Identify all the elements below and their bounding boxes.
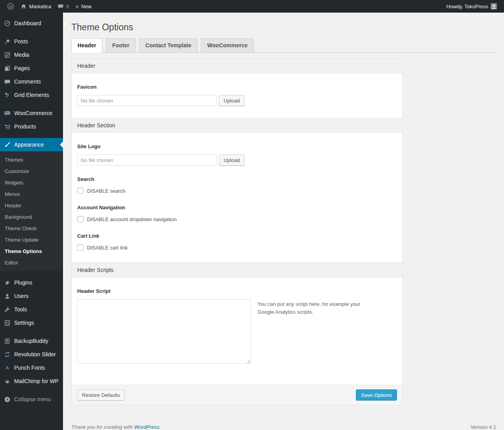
sidebar-item-label: Appearance — [14, 141, 44, 148]
howdy-account-menu[interactable]: Howdy, TokoPress — [443, 0, 500, 13]
wp-logo-menu[interactable]: W — [4, 0, 17, 13]
user-avatar — [491, 3, 497, 9]
admin-menu: Dashboard Posts Media Pages — [0, 17, 63, 406]
sidebar-item-punch-fonts[interactable]: A Punch Fonts — [0, 361, 63, 374]
plug-icon — [4, 279, 11, 286]
wordpress-link[interactable]: WordPress. — [134, 424, 161, 430]
sidebar-item-woocommerce[interactable]: Woo WooCommerce — [0, 106, 63, 120]
sidebar-item-revolution-slider[interactable]: Revolution Slider — [0, 348, 63, 361]
sidebar-item-tools[interactable]: Tools — [0, 303, 63, 316]
footer-thanks-prefix: Thank you for creating with — [71, 424, 133, 430]
sidebar-item-users[interactable]: Users — [0, 289, 63, 303]
pushpin-icon — [4, 38, 11, 45]
admin-bar: W Marketica 0 + New Howdy, TokoPress — [0, 0, 504, 13]
submenu-item-theme-check[interactable]: Theme Check — [0, 223, 63, 234]
site-logo-file-input[interactable] — [77, 155, 217, 166]
tab-header[interactable]: Header — [71, 38, 102, 53]
settings-sliders-icon — [4, 319, 11, 326]
sidebar-item-settings[interactable]: Settings — [0, 316, 63, 329]
sidebar-item-label: Collapse menu — [14, 396, 51, 403]
submenu-item-editor[interactable]: Editor — [0, 257, 63, 268]
header-script-label: Header Script — [77, 288, 397, 294]
site-name-link[interactable]: Marketica — [17, 0, 54, 13]
disable-cart-link-checkbox[interactable] — [77, 244, 83, 251]
favicon-upload-button[interactable]: Upload — [219, 95, 245, 106]
comment-count: 0 — [66, 4, 69, 9]
site-logo-upload-button[interactable]: Upload — [219, 155, 245, 166]
panel-footer: Restore Defaults Save Options — [72, 385, 402, 405]
disable-search-checkbox[interactable] — [77, 188, 83, 194]
paintbrush-icon — [4, 141, 11, 148]
submenu-item-themes[interactable]: Themes — [0, 154, 63, 166]
account-navigation-label: Account Navigation — [77, 205, 397, 210]
section-header-body: Favicon Upload — [72, 84, 402, 118]
search-label: Search — [77, 176, 397, 182]
save-options-button[interactable]: Save Options — [356, 389, 397, 400]
sidebar-item-pages[interactable]: Pages — [0, 61, 63, 75]
refresh-arrows-icon — [4, 351, 11, 358]
sidebar-item-label: Media — [14, 51, 29, 58]
sidebar-item-label: Tools — [14, 306, 27, 313]
sidebar-item-appearance[interactable]: Appearance — [0, 138, 63, 151]
sidebar-item-label: Dashboard — [14, 20, 41, 27]
svg-text:W: W — [9, 5, 13, 9]
svg-text:Woo: Woo — [5, 112, 9, 114]
pages-icon — [4, 65, 11, 72]
new-label: New — [81, 4, 91, 9]
sidebar-item-posts[interactable]: Posts — [0, 35, 63, 48]
appearance-submenu: Themes Customize Widgets Menus Header Ba… — [0, 151, 63, 271]
tab-woocommerce[interactable]: WooCommerce — [201, 38, 254, 53]
disable-account-nav-checkbox[interactable] — [77, 216, 83, 222]
submenu-item-theme-update[interactable]: Theme Update — [0, 234, 63, 246]
collapse-arrow-icon — [4, 396, 11, 403]
sidebar-item-dashboard[interactable]: Dashboard — [0, 17, 63, 30]
home-icon — [20, 3, 27, 9]
comments-shortcut[interactable]: 0 — [54, 0, 72, 13]
favicon-file-input[interactable] — [77, 95, 217, 106]
sidebar-item-label: Punch Fonts — [14, 364, 45, 371]
grid-elements-icon — [4, 91, 11, 99]
submenu-item-menus[interactable]: Menus — [0, 188, 63, 200]
sidebar-item-comments[interactable]: Comments — [0, 75, 63, 88]
sidebar-item-label: Users — [14, 292, 29, 300]
disable-account-nav-checkbox-label: DISABLE account dropdown navigation — [87, 216, 177, 222]
disable-cart-link-checkbox-label: DISABLE cart link — [87, 245, 128, 251]
restore-defaults-button[interactable]: Restore Defaults — [77, 389, 125, 400]
sidebar-item-grid-elements[interactable]: Grid Elements — [0, 88, 63, 102]
cart-link-label: Cart Link — [77, 233, 397, 239]
comment-bubble-icon — [57, 3, 64, 9]
sidebar-item-media[interactable]: Media — [0, 48, 63, 61]
sidebar-item-collapse-menu[interactable]: Collapse menu — [0, 393, 63, 406]
submenu-item-theme-options[interactable]: Theme Options — [0, 246, 63, 257]
version-label: Version 4.1 — [471, 424, 496, 430]
section-header-scripts: Header Scripts — [72, 262, 402, 277]
theme-options-panel: Header Favicon Upload Header Section Sit… — [71, 58, 403, 405]
sidebar-item-backupbuddy[interactable]: BackupBuddy — [0, 334, 63, 348]
sidebar-item-label: WooCommerce — [14, 110, 52, 117]
submenu-item-background[interactable]: Background — [0, 211, 63, 223]
sidebar-item-label: Revolution Slider — [14, 351, 56, 358]
media-icon — [4, 51, 11, 58]
favicon-label: Favicon — [77, 84, 397, 90]
submenu-item-header[interactable]: Header — [0, 200, 63, 211]
submenu-item-customize[interactable]: Customize — [0, 166, 63, 177]
dashboard-icon — [4, 20, 11, 27]
submenu-item-widgets[interactable]: Widgets — [0, 177, 63, 188]
woocommerce-badge-icon: Woo — [4, 110, 11, 117]
sidebar-item-label: Settings — [14, 319, 34, 326]
sidebar-item-plugins[interactable]: Plugins — [0, 276, 63, 289]
sidebar-item-products[interactable]: Products — [0, 120, 63, 133]
sidebar-item-label: Comments — [14, 78, 41, 85]
header-script-note: You can put any script here, for example… — [258, 299, 378, 364]
sidebar-item-label: BackupBuddy — [14, 337, 48, 344]
tab-contact-template[interactable]: Contact Template — [139, 38, 197, 53]
wordpress-logo-icon: W — [7, 3, 14, 10]
page-footer: Thank you for creating with WordPress. V… — [71, 424, 496, 430]
tab-footer[interactable]: Footer — [106, 38, 136, 53]
sidebar-item-label: Plugins — [14, 279, 32, 286]
sidebar-item-label: MailChimp for WP — [14, 378, 59, 385]
header-script-textarea[interactable] — [77, 299, 251, 364]
sidebar-item-label: Grid Elements — [14, 91, 49, 99]
new-content-menu[interactable]: + New — [72, 0, 95, 13]
sidebar-item-mailchimp[interactable]: MailChimp for WP — [0, 374, 63, 388]
